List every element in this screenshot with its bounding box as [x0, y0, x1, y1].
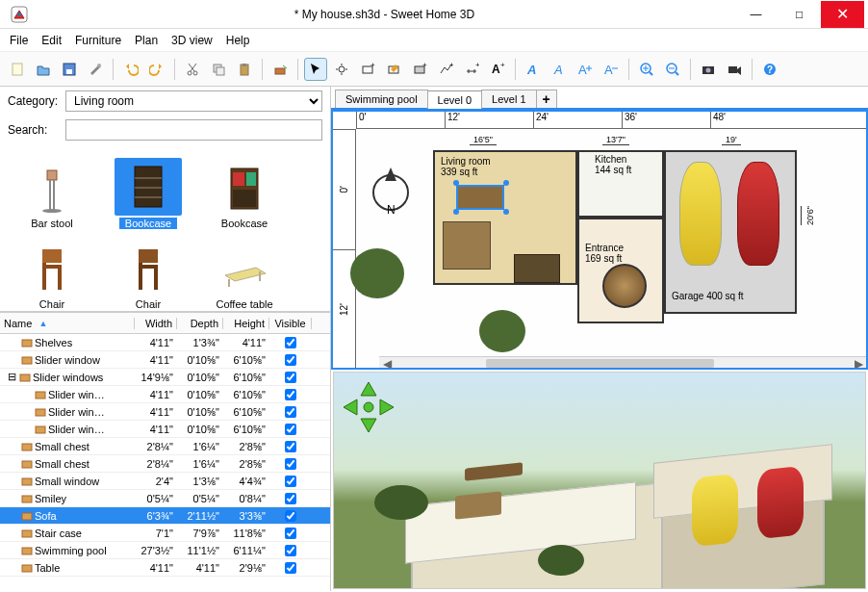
- svg-point-72: [453, 180, 459, 186]
- table-row[interactable]: Small window2'4"1'3⅛"4'4¾": [0, 473, 330, 490]
- menu-plan[interactable]: Plan: [135, 34, 158, 47]
- col-name[interactable]: Name ▲: [0, 318, 135, 329]
- table-row[interactable]: Stair case7'1"7'9⅞"11'8⅝": [0, 525, 330, 542]
- create-walls-icon[interactable]: +: [356, 58, 379, 81]
- zoom-out-icon[interactable]: [661, 58, 684, 81]
- table-row[interactable]: Swimming pool27'3½"11'1½"6'11¼": [0, 542, 330, 559]
- scroll-right-icon[interactable]: ▶: [851, 357, 866, 370]
- plan-view[interactable]: 0'12'24'36'48' 0'12' N 16'5" 13'7" 19' 2…: [331, 110, 868, 370]
- svg-rect-9: [217, 67, 224, 75]
- furniture-table: Name ▲ Width Depth Height Visible Shelve…: [0, 312, 330, 591]
- create-room-icon[interactable]: +: [408, 58, 431, 81]
- select-tool-icon[interactable]: [304, 58, 327, 81]
- minimize-button[interactable]: —: [734, 1, 778, 28]
- decrease-text-icon[interactable]: A: [600, 58, 623, 81]
- svg-point-76: [350, 248, 404, 298]
- table-row[interactable]: Slider win…4'11"0'10⅝"6'10⅝": [0, 403, 330, 421]
- table-row[interactable]: Slider window4'11"0'10⅝"6'10⅝": [0, 351, 330, 369]
- room-kitchen: Kitchen144 sq ft: [595, 154, 631, 175]
- 3d-nav-arrows-icon[interactable]: [340, 378, 397, 436]
- tab-level-0[interactable]: Level 0: [427, 90, 482, 109]
- svg-text:+: +: [449, 62, 453, 69]
- create-photo-icon[interactable]: [697, 58, 720, 81]
- copy-icon[interactable]: [207, 58, 230, 81]
- svg-rect-34: [47, 170, 57, 180]
- plan-scrollbar-h[interactable]: ◀ ▶: [379, 356, 866, 370]
- plan-tabs: Swimming pool Level 0 Level 1 +: [331, 87, 868, 110]
- menu-edit[interactable]: Edit: [41, 34, 62, 47]
- edit-walls-icon[interactable]: [382, 58, 405, 81]
- save-icon[interactable]: [58, 58, 81, 81]
- table-row[interactable]: ⊟Slider windows14'9⅛"0'10⅝"6'10⅝": [0, 369, 330, 386]
- room-garage: Garage 400 sq ft: [672, 291, 744, 301]
- zoom-in-icon[interactable]: [635, 58, 658, 81]
- 3d-view[interactable]: [333, 372, 866, 589]
- catalog-item-bookcase[interactable]: Bookcase: [196, 148, 293, 229]
- svg-rect-53: [139, 249, 158, 263]
- svg-rect-11: [243, 64, 246, 66]
- text-bold-icon[interactable]: A: [522, 58, 545, 81]
- svg-text:+: +: [500, 62, 505, 69]
- col-width[interactable]: Width: [135, 318, 177, 329]
- svg-point-79: [374, 485, 428, 520]
- help-icon[interactable]: ?: [758, 58, 781, 81]
- text-italic-icon[interactable]: A: [548, 58, 571, 81]
- col-height[interactable]: Height: [223, 318, 269, 329]
- create-text-icon[interactable]: A+: [486, 58, 509, 81]
- search-input[interactable]: [65, 119, 322, 141]
- tab-add-button[interactable]: +: [536, 90, 557, 108]
- tab-level-1[interactable]: Level 1: [481, 90, 536, 108]
- menu-file[interactable]: File: [10, 34, 28, 47]
- plan-canvas[interactable]: N 16'5" 13'7" 19' 20'6" Living room339 s…: [356, 129, 866, 370]
- undo-icon[interactable]: [119, 58, 142, 81]
- new-file-icon[interactable]: [6, 58, 29, 81]
- create-polyline-icon[interactable]: +: [434, 58, 457, 81]
- svg-rect-38: [135, 167, 162, 207]
- catalog-item-bookcase[interactable]: Bookcase: [100, 148, 196, 229]
- dimension-1: 16'5": [470, 135, 497, 145]
- preferences-icon[interactable]: [84, 58, 107, 81]
- svg-rect-4: [66, 69, 72, 74]
- scroll-left-icon[interactable]: ◀: [379, 357, 395, 370]
- maximize-button[interactable]: □: [778, 1, 821, 28]
- col-visible[interactable]: Visible: [269, 318, 312, 329]
- paste-icon[interactable]: [233, 58, 256, 81]
- svg-rect-31: [728, 66, 737, 73]
- table-row[interactable]: Slider win…4'11"0'10⅝"6'10⅝": [0, 421, 330, 438]
- svg-rect-63: [22, 461, 32, 468]
- table-row[interactable]: Sofa6'3¾"2'11½"3'3⅜": [0, 507, 330, 525]
- svg-point-77: [479, 310, 525, 352]
- catalog-item-bar-stool[interactable]: Bar stool: [4, 148, 100, 229]
- col-depth[interactable]: Depth: [177, 318, 223, 329]
- window-title: * My house.sh3d - Sweet Home 3D: [35, 8, 734, 21]
- create-video-icon[interactable]: [723, 58, 746, 81]
- open-file-icon[interactable]: [32, 58, 55, 81]
- catalog-item-chair[interactable]: Chair: [4, 229, 100, 310]
- category-label: Category:: [8, 94, 62, 108]
- compass-icon: N: [362, 158, 420, 216]
- svg-rect-44: [246, 172, 256, 186]
- increase-text-icon[interactable]: A: [574, 58, 597, 81]
- pan-tool-icon[interactable]: [330, 58, 353, 81]
- svg-point-13: [339, 66, 345, 72]
- table-row[interactable]: Smiley0'5¼"0'5¼"0'8¼": [0, 490, 330, 507]
- create-dimensions-icon[interactable]: +: [460, 58, 483, 81]
- menu-furniture[interactable]: Furniture: [75, 34, 121, 47]
- svg-text:A: A: [578, 63, 587, 77]
- table-row[interactable]: Small chest2'8¼"1'6¼"2'8⅝": [0, 455, 330, 473]
- menu-3dview[interactable]: 3D view: [171, 34, 213, 47]
- table-row[interactable]: Small chest2'8¼"1'6¼"2'8⅝": [0, 438, 330, 455]
- menu-help[interactable]: Help: [226, 34, 250, 47]
- table-row[interactable]: Slider win…4'11"0'10⅝"6'10⅝": [0, 386, 330, 403]
- dimension-2: 13'7": [602, 135, 629, 145]
- category-select[interactable]: Living room: [65, 90, 322, 112]
- add-furniture-icon[interactable]: [268, 58, 292, 81]
- tab-swimming-pool[interactable]: Swimming pool: [335, 90, 428, 108]
- table-row[interactable]: Shelves4'11"1'3¾"4'11": [0, 334, 330, 351]
- catalog-item-coffee-table[interactable]: Coffee table: [196, 229, 293, 310]
- catalog-item-chair[interactable]: Chair: [100, 229, 196, 310]
- table-row[interactable]: Table4'11"4'11"2'9⅛": [0, 559, 330, 577]
- close-button[interactable]: ✕: [821, 1, 864, 28]
- redo-icon[interactable]: [145, 58, 168, 81]
- cut-icon[interactable]: [181, 58, 204, 81]
